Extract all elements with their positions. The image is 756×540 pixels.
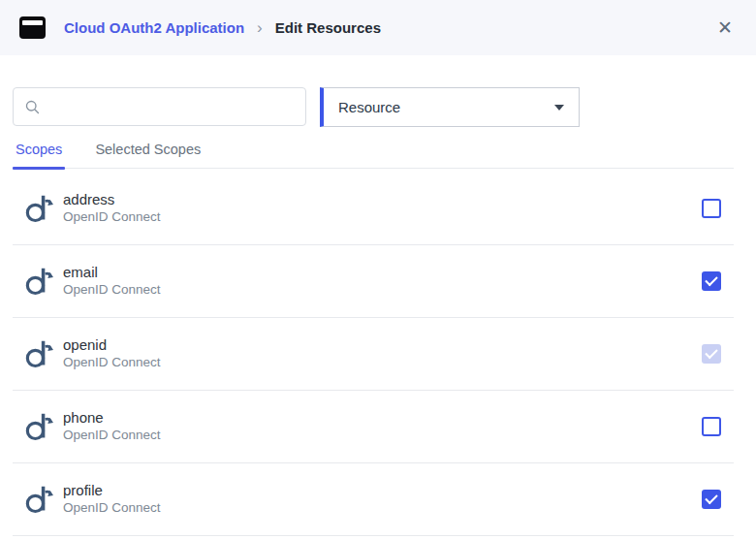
openid-logo-icon	[24, 337, 53, 370]
caret-down-icon	[554, 105, 564, 111]
scope-name: openid	[63, 336, 161, 354]
breadcrumb-parent-link[interactable]: Cloud OAuth2 Application	[64, 19, 244, 36]
scope-name: phone	[63, 409, 161, 427]
openid-logo-icon	[24, 410, 53, 443]
scope-row[interactable]: email OpenID Connect	[13, 245, 734, 318]
tab-selected-scopes[interactable]: Selected Scopes	[92, 142, 204, 168]
scope-checkbox[interactable]	[702, 271, 721, 291]
scope-type: OpenID Connect	[63, 282, 161, 299]
scope-type: OpenID Connect	[63, 428, 161, 444]
toolbar: Resource	[13, 87, 734, 127]
search-box	[13, 87, 306, 126]
openid-logo-icon	[24, 192, 53, 225]
scope-text: profile OpenID Connect	[63, 482, 161, 517]
scope-checkbox[interactable]	[702, 417, 721, 436]
page-title: Edit Resources	[275, 19, 381, 36]
resource-dropdown-value: Resource	[338, 99, 400, 115]
scope-row[interactable]: address OpenID Connect	[13, 173, 734, 245]
openid-logo-icon	[24, 265, 53, 298]
openid-logo-icon	[24, 483, 53, 516]
scope-row[interactable]: phone OpenID Connect	[13, 391, 734, 463]
scope-text: address OpenID Connect	[63, 191, 161, 226]
scope-name: address	[63, 191, 161, 208]
tab-bar: Scopes Selected Scopes	[13, 142, 734, 169]
scope-type: OpenID Connect	[63, 355, 161, 371]
close-icon[interactable]: ✕	[717, 18, 733, 37]
scope-list: address OpenID Connect email OpenID Conn…	[0, 173, 756, 536]
scope-text: email OpenID Connect	[63, 264, 161, 299]
scope-checkbox[interactable]	[702, 199, 721, 218]
scope-name: profile	[63, 482, 161, 499]
search-input[interactable]	[49, 99, 295, 114]
scope-text: phone OpenID Connect	[63, 409, 161, 444]
resource-dropdown[interactable]: Resource	[320, 87, 580, 127]
tab-scopes[interactable]: Scopes	[13, 142, 65, 168]
application-window-icon	[19, 16, 46, 39]
scope-row[interactable]: openid OpenID Connect	[13, 318, 734, 391]
breadcrumb: Cloud OAuth2 Application › Edit Resource…	[64, 19, 381, 36]
scope-type: OpenID Connect	[63, 209, 161, 226]
scope-name: email	[63, 264, 161, 281]
scope-checkbox[interactable]	[702, 490, 721, 509]
scope-checkbox	[702, 344, 721, 364]
scope-text: openid OpenID Connect	[63, 336, 161, 371]
chevron-right-icon: ›	[257, 19, 263, 36]
scope-row[interactable]: profile OpenID Connect	[13, 463, 734, 536]
search-icon	[24, 99, 41, 115]
scope-type: OpenID Connect	[63, 500, 161, 517]
modal-header: Cloud OAuth2 Application › Edit Resource…	[0, 0, 756, 55]
